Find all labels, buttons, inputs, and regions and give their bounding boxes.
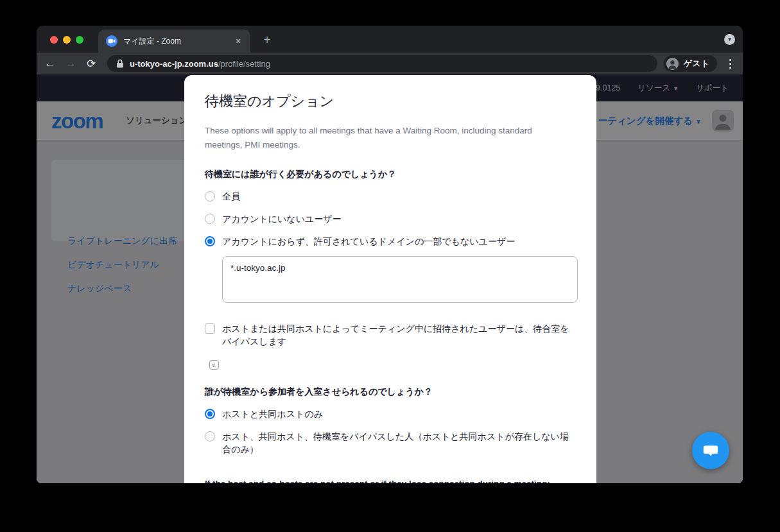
reload-icon[interactable]: ⟳ xyxy=(83,55,100,72)
url-path: /profile/setting xyxy=(218,59,270,69)
zoom-favicon-icon xyxy=(106,35,117,47)
checkbox-bypass-invited-users[interactable]: ホストまたは共同ホストによってミーティング中に招待されたユーザーは、待合室をバイ… xyxy=(205,322,576,348)
browser-tab[interactable]: マイ設定 - Zoom × xyxy=(98,30,250,53)
window-controls xyxy=(50,36,83,44)
new-tab-button[interactable]: + xyxy=(259,33,275,47)
profile-button[interactable]: ゲスト xyxy=(664,55,717,72)
radio-option-users-not-in-account[interactable]: アカウントにいないユーザー xyxy=(205,212,576,225)
radio-option-host-cohosts-only[interactable]: ホストと共同ホストのみ xyxy=(205,408,576,420)
browser-toolbar: ← → ⟳ u-tokyo-ac-jp.zoom.us/profile/sett… xyxy=(37,53,743,74)
tab-close-icon[interactable]: × xyxy=(232,35,244,47)
minimize-window-button[interactable] xyxy=(63,36,71,44)
back-icon[interactable]: ← xyxy=(42,55,58,72)
question-who-goes-to-waiting-room: 待機室には誰が行く必要があるのでしょうか？ xyxy=(205,169,576,180)
url-domain: u-tokyo-ac-jp.zoom.us xyxy=(130,59,218,69)
radio-option-everyone[interactable]: 全員 xyxy=(205,190,576,203)
guest-label: ゲスト xyxy=(684,58,709,69)
browser-menu-icon[interactable] xyxy=(724,59,736,69)
chat-bubble-icon xyxy=(702,442,719,459)
checkbox-icon[interactable] xyxy=(205,323,215,334)
lock-icon[interactable] xyxy=(116,59,124,68)
zoom-window-button[interactable] xyxy=(76,36,83,44)
radio-icon[interactable] xyxy=(205,191,215,202)
broken-image-icon: v. xyxy=(209,360,219,370)
tab-strip: マイ設定 - Zoom × + ▾ xyxy=(37,26,743,53)
forward-icon: → xyxy=(62,55,79,72)
question-who-can-admit: 誰が待機室から参加者を入室させられるのでしょうか？ xyxy=(205,386,576,398)
radio-option-host-cohosts-bypassers[interactable]: ホスト、共同ホスト、待機室をバイパスした人（ホストと共同ホストが存在しない場合の… xyxy=(205,430,576,456)
radio-icon-selected[interactable] xyxy=(205,236,215,246)
tab-title: マイ設定 - Zoom xyxy=(123,36,232,47)
modal-description: These options will apply to all meetings… xyxy=(205,124,555,152)
allowed-domains-input[interactable]: *.u-tokyo.ac.jp xyxy=(222,256,578,303)
modal-title: 待機室のオプション xyxy=(205,92,576,111)
browser-window: マイ設定 - Zoom × + ▾ ← → ⟳ u-tokyo-ac-jp.zo… xyxy=(37,26,743,483)
close-window-button[interactable] xyxy=(50,36,58,44)
radio-option-users-not-in-allowed-domains[interactable]: アカウントにおらず、許可されているドメインの一部でもないユーザー xyxy=(205,235,576,248)
address-bar[interactable]: u-tokyo-ac-jp.zoom.us/profile/setting xyxy=(107,55,657,72)
radio-icon-selected[interactable] xyxy=(205,409,215,419)
page-viewport: 88.799.0125 リソース▼ サポート zoom ソリューション ミーティ… xyxy=(37,74,743,483)
radio-icon[interactable] xyxy=(205,431,215,442)
tab-search-icon[interactable]: ▾ xyxy=(724,34,735,45)
chat-launcher-button[interactable] xyxy=(692,432,729,469)
guest-avatar-icon xyxy=(666,58,679,70)
waiting-room-options-modal: 待機室のオプション These options will apply to al… xyxy=(184,75,596,483)
question-host-not-present: If the host and co-hosts are not present… xyxy=(205,479,576,483)
radio-icon[interactable] xyxy=(205,214,215,224)
